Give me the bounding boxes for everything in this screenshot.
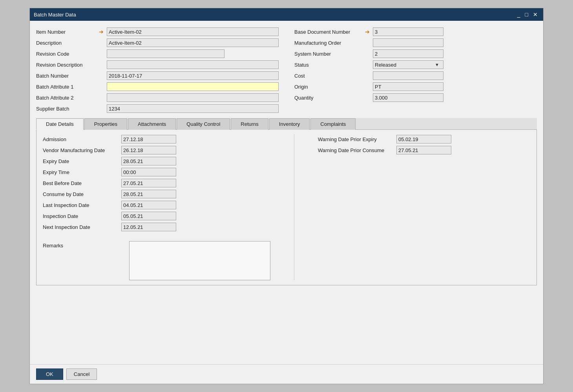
revision-code-input[interactable] — [107, 49, 224, 58]
revision-code-row: Revision Code — [36, 49, 279, 58]
manufacturing-order-row: Manufacturing Order — [294, 38, 537, 47]
quantity-input[interactable] — [373, 93, 443, 102]
next-inspection-date-input[interactable] — [121, 223, 176, 231]
next-inspection-date-label: Next Inspection Date — [43, 224, 121, 230]
tabs-container: Date Details Properties Attachments Qual… — [36, 118, 537, 285]
batch-number-input[interactable] — [107, 71, 279, 80]
vendor-mfg-date-label: Vendor Manufacturing Date — [43, 147, 121, 153]
manufacturing-order-label: Manufacturing Order — [294, 40, 365, 46]
best-before-date-label: Best Before Date — [43, 180, 121, 186]
base-doc-number-label: Base Document Number — [294, 29, 365, 35]
expiry-time-label: Expiry Time — [43, 169, 121, 175]
item-number-arrow: ➔ — [99, 29, 107, 35]
batch-attr2-row: Batch Attribute 2 — [36, 93, 279, 102]
supplier-batch-input[interactable] — [107, 104, 279, 113]
expiry-time-input[interactable] — [121, 168, 176, 176]
admission-input[interactable] — [121, 135, 176, 143]
warning-date-expiry-row: Warning Date Prior Expiry — [318, 134, 451, 144]
fields-section: Item Number ➔ Description Revision Code … — [36, 27, 537, 113]
revision-desc-row: Revision Description — [36, 60, 279, 69]
maximize-button[interactable]: □ — [524, 12, 530, 17]
inspection-date-row: Inspection Date — [43, 211, 270, 221]
footer: OK Cancel — [30, 364, 543, 384]
origin-label: Origin — [294, 84, 365, 90]
date-details-right: Warning Date Prior Expiry Warning Date P… — [318, 134, 451, 280]
item-number-label: Item Number — [36, 29, 99, 35]
batch-attr1-input[interactable] — [107, 82, 279, 91]
ok-button[interactable]: OK — [36, 368, 63, 380]
date-details-left: Admission Vendor Manufacturing Date Expi… — [43, 134, 270, 280]
tab-attachments[interactable]: Attachments — [128, 118, 176, 130]
item-number-input[interactable] — [107, 27, 279, 36]
tab-inventory[interactable]: Inventory — [269, 118, 310, 130]
minimize-button[interactable]: _ — [516, 12, 522, 17]
batch-attr2-label: Batch Attribute 2 — [36, 95, 99, 101]
next-inspection-date-row: Next Inspection Date — [43, 222, 270, 232]
supplier-batch-label: Supplier Batch — [36, 106, 99, 112]
remarks-section: Remarks — [43, 241, 270, 280]
remarks-label: Remarks — [43, 241, 121, 249]
expiry-date-row: Expiry Date — [43, 156, 270, 166]
warning-date-consume-row: Warning Date Prior Consume — [318, 145, 451, 155]
tabs-bar: Date Details Properties Attachments Qual… — [36, 118, 537, 130]
tab-properties[interactable]: Properties — [84, 118, 127, 130]
description-input[interactable] — [107, 38, 279, 47]
warning-date-expiry-label: Warning Date Prior Expiry — [318, 136, 396, 142]
quantity-row: Quantity — [294, 93, 537, 102]
warning-date-expiry-input[interactable] — [396, 135, 451, 143]
left-fields: Item Number ➔ Description Revision Code … — [36, 27, 279, 113]
status-select-wrapper: Released Locked Restricted ▼ — [373, 60, 439, 69]
last-inspection-date-row: Last Inspection Date — [43, 200, 270, 210]
tab-quality-control[interactable]: Quality Control — [177, 118, 230, 130]
base-doc-number-input[interactable] — [373, 27, 443, 36]
title-bar: Batch Master Data _ □ ✕ — [30, 8, 543, 21]
last-inspection-date-input[interactable] — [121, 201, 176, 209]
main-window: Batch Master Data _ □ ✕ Item Number ➔ De… — [29, 8, 544, 384]
vendor-mfg-date-input[interactable] — [121, 146, 176, 154]
cost-input[interactable] — [373, 71, 443, 80]
tab-inner: Admission Vendor Manufacturing Date Expi… — [43, 134, 530, 280]
inspection-date-label: Inspection Date — [43, 213, 121, 219]
system-number-input[interactable] — [373, 49, 443, 58]
batch-attr1-row: Batch Attribute 1 — [36, 82, 279, 91]
consume-by-date-row: Consume by Date — [43, 189, 270, 199]
cancel-button[interactable]: Cancel — [66, 368, 97, 380]
quantity-label: Quantity — [294, 95, 365, 101]
origin-row: Origin — [294, 82, 537, 91]
manufacturing-order-input[interactable] — [373, 38, 443, 47]
cost-label: Cost — [294, 73, 365, 79]
revision-desc-label: Revision Description — [36, 62, 99, 68]
item-number-row: Item Number ➔ — [36, 27, 279, 36]
revision-code-label: Revision Code — [36, 51, 99, 57]
expiry-date-input[interactable] — [121, 157, 176, 165]
window-controls: _ □ ✕ — [516, 12, 539, 17]
system-number-label: System Number — [294, 51, 365, 57]
batch-number-row: Batch Number — [36, 71, 279, 80]
remarks-textarea[interactable] — [129, 241, 270, 280]
admission-row: Admission — [43, 134, 270, 144]
vertical-divider — [294, 134, 294, 280]
system-number-row: System Number — [294, 49, 537, 58]
origin-input[interactable] — [373, 82, 443, 91]
tab-returns[interactable]: Returns — [231, 118, 268, 130]
batch-attr2-input[interactable] — [107, 93, 279, 102]
batch-number-label: Batch Number — [36, 73, 99, 79]
consume-by-date-input[interactable] — [121, 190, 176, 198]
revision-desc-input[interactable] — [107, 60, 279, 69]
admission-label: Admission — [43, 136, 121, 142]
status-select[interactable]: Released Locked Restricted — [373, 60, 443, 69]
warning-date-consume-input[interactable] — [396, 146, 451, 154]
last-inspection-date-label: Last Inspection Date — [43, 202, 121, 208]
close-button[interactable]: ✕ — [531, 12, 539, 17]
description-row: Description — [36, 38, 279, 47]
supplier-batch-row: Supplier Batch — [36, 104, 279, 113]
warning-date-consume-label: Warning Date Prior Consume — [318, 147, 396, 153]
best-before-date-row: Best Before Date — [43, 178, 270, 188]
tab-date-details[interactable]: Date Details — [36, 118, 84, 130]
description-label: Description — [36, 40, 99, 46]
window-title: Batch Master Data — [34, 12, 76, 18]
inspection-date-input[interactable] — [121, 212, 176, 220]
tab-complaints[interactable]: Complaints — [310, 118, 356, 130]
content-area: Item Number ➔ Description Revision Code … — [30, 21, 543, 364]
best-before-date-input[interactable] — [121, 179, 176, 187]
